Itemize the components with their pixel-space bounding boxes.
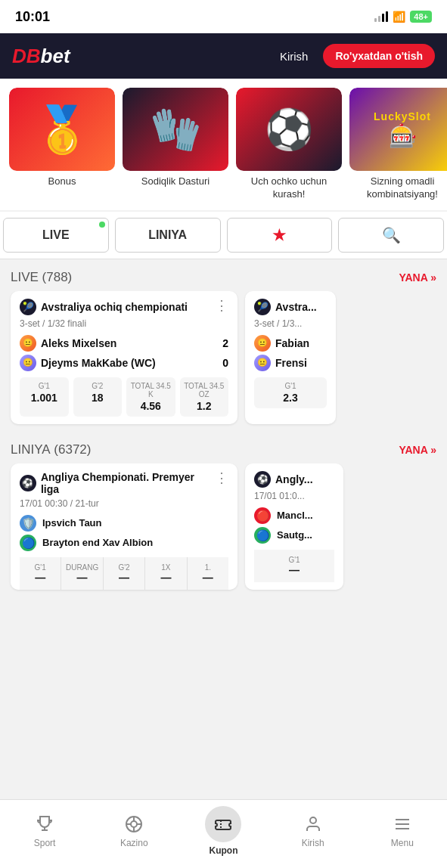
status-bar: 10:01 📶 48+ xyxy=(0,0,447,33)
odd-cell-g2[interactable]: G'2 — xyxy=(104,557,145,590)
bottom-nav-menu[interactable]: Menu xyxy=(380,814,425,848)
liniya-team1-badge: 🛡️ xyxy=(20,515,36,532)
bottom-nav-kupon[interactable]: Kupon xyxy=(200,806,246,856)
live-card-2-avatar1: 😐 xyxy=(254,335,271,352)
liniya-card-2: ⚽ Angly... 17/01 01:0... 🔴 Mancl... 🔵 Sa… xyxy=(245,463,343,590)
live-card-1: 🎾 Avstraliya ochiq chempionati ⋮ 3-set /… xyxy=(11,291,237,424)
promo-img-lucky: LuckySlot 🎰 xyxy=(349,88,447,171)
bottom-nav: Sport Kazino Kupon xyxy=(0,799,447,868)
odd-cell-1x[interactable]: 1X — xyxy=(145,557,187,590)
liniya-card-1-more[interactable]: ⋮ xyxy=(215,471,228,485)
odd-cell-g1[interactable]: G'1 — xyxy=(20,557,61,590)
tab-live-label: LIVE xyxy=(42,228,70,242)
promo-card-uch[interactable]: ⚽ Uch ochko uchun kurash! xyxy=(236,88,342,210)
royxatdan-button[interactable]: Ro'yxatdan o'tish xyxy=(323,44,435,68)
promo-section: 🥇 Bonus 🧤 Sodiqlik Dasturi ⚽ Uch ochko u… xyxy=(0,79,447,210)
odd-cell-1dot[interactable]: 1. — xyxy=(188,557,228,590)
live-card-1-odds: G'1 1.001 G'2 18 TOTAL 34.5 K 4.56 TOTAL… xyxy=(20,377,228,417)
odd-label-total-oz: TOTAL 34.5 OZ xyxy=(183,382,226,398)
liniya-team2-name: Brayton end Xav Albion xyxy=(42,537,153,548)
bottom-nav-kirish[interactable]: Kirish xyxy=(290,814,336,848)
bottom-nav-kazino[interactable]: Kazino xyxy=(111,814,157,848)
bottom-nav-sport[interactable]: Sport xyxy=(22,814,67,848)
live-card-2-avatar2: 😐 xyxy=(254,355,271,371)
tab-search[interactable]: 🔍 xyxy=(338,218,444,253)
live-yana-button[interactable]: YANA » xyxy=(399,271,436,284)
header-buttons: Kirish Ro'yxatdan o'tish xyxy=(272,44,435,68)
player1-avatar: 😐 xyxy=(20,335,36,352)
odd-btn-g1[interactable]: G'1 1.001 xyxy=(20,377,69,417)
odd-value-total-k: 4.56 xyxy=(129,400,172,412)
odd-btn-total-k[interactable]: TOTAL 34.5 K 4.56 xyxy=(126,377,175,417)
star-icon: ★ xyxy=(272,226,286,244)
kirish-button[interactable]: Kirish xyxy=(272,45,316,67)
promo-card-loyalty[interactable]: 🧤 Sodiqlik Dasturi xyxy=(123,88,228,210)
signal-icon xyxy=(374,11,388,22)
odd-cell-label-1x: 1X xyxy=(148,563,183,572)
liniya-card-2-datetime: 17/01 01:0... xyxy=(254,491,334,501)
promo-img-uch: ⚽ xyxy=(236,88,342,171)
liniya-team2-badge: 🔵 xyxy=(20,535,36,551)
live-card-2-player2: 😐 Frensi xyxy=(254,355,327,371)
liniya-card-2-team2: 🔵 Sautg... xyxy=(254,527,334,544)
player2-info: 😐 Djeyms MakKabe (WC) xyxy=(20,355,156,371)
player-line-1: 😐 Aleks Mixelsen 2 xyxy=(20,335,228,352)
tennis-icon-2: 🎾 xyxy=(254,299,271,315)
tab-liniya-label: LINIYA xyxy=(148,228,187,242)
tab-live[interactable]: LIVE xyxy=(3,218,109,253)
tab-favorites[interactable]: ★ xyxy=(227,218,333,253)
liniya-section-title: LINIYA (6372) xyxy=(11,442,91,457)
liniya-cards-row: ⚽ Angliya Chempionati. Premyer liga ⋮ 17… xyxy=(0,463,447,597)
odd-cell-label-g2: G'2 xyxy=(107,563,141,572)
odd-cell-durang[interactable]: DURANG — xyxy=(61,557,103,590)
bottom-nav-menu-label: Menu xyxy=(391,838,414,848)
battery-badge: 48+ xyxy=(410,11,432,23)
svg-point-9 xyxy=(310,817,316,823)
promo-card-lucky[interactable]: LuckySlot 🎰 Sizning omadli kombinatsiyan… xyxy=(349,88,447,210)
tab-liniya[interactable]: LINIYA xyxy=(115,218,221,253)
player2-name: Djeyms MakKabe (WC) xyxy=(41,357,156,369)
live-card-1-tournament: Avstraliya ochiq chempionati xyxy=(41,301,188,313)
odd-value-total-oz: 1.2 xyxy=(183,400,226,412)
liniya-card-2-team1-name: Mancl... xyxy=(277,510,313,521)
odd-cell-value-g2: — xyxy=(107,572,141,584)
odd-cell-label-1dot: 1. xyxy=(191,563,225,572)
liniya-yana-button[interactable]: YANA » xyxy=(399,444,436,456)
logo: DBbet xyxy=(12,45,70,68)
odd-value-g2: 18 xyxy=(76,392,120,404)
player1-info: 😐 Aleks Mixelsen xyxy=(20,335,116,352)
liniya-card-1-header: ⚽ Angliya Chempionati. Premyer liga ⋮ xyxy=(20,471,228,495)
casino-icon xyxy=(123,814,144,835)
live-dot xyxy=(99,222,105,228)
live-card-1-header: 🎾 Avstraliya ochiq chempionati ⋮ xyxy=(20,299,228,315)
promo-card-bonus[interactable]: 🥇 Bonus xyxy=(9,88,115,210)
liniya-card-2-badge1: 🔴 xyxy=(254,507,271,524)
live-card-1-players: 😐 Aleks Mixelsen 2 😐 Djeyms MakKabe (WC)… xyxy=(20,335,228,371)
svg-point-3 xyxy=(131,821,137,827)
odd-cell-label-g1: G'1 xyxy=(23,563,57,572)
odd-cell-g1-c2[interactable]: G'1 — xyxy=(254,550,334,582)
liniya-count: (6372) xyxy=(54,442,91,457)
liniya-card-1-odds: G'1 — DURANG — G'2 — 1X — 1. — xyxy=(20,557,228,590)
live-card-2-p1-name: Fabian xyxy=(275,337,309,349)
odd-btn-g1-card2[interactable]: G'1 2.3 xyxy=(254,377,327,408)
promo-label-loyalty: Sodiqlik Dasturi xyxy=(123,171,228,197)
odd-value-g1-c2: 2.3 xyxy=(257,392,324,404)
odd-label-g1-c2: G'1 xyxy=(257,382,324,390)
odd-cell-value-g1: — xyxy=(23,572,57,584)
live-card-1-more[interactable]: ⋮ xyxy=(215,299,228,312)
liniya-card-2-tournament: Angly... xyxy=(275,473,313,485)
header: DBbet Kirish Ro'yxatdan o'tish xyxy=(0,33,447,79)
odd-btn-g2[interactable]: G'2 18 xyxy=(73,377,123,417)
promo-label-bonus: Bonus xyxy=(9,171,115,197)
liniya-card-2-header: ⚽ Angly... xyxy=(254,471,334,488)
liniya-card-2-badge2: 🔵 xyxy=(254,527,271,544)
odd-cell-value-1x: — xyxy=(148,572,183,584)
player2-score: 0 xyxy=(222,357,228,369)
liniya-title-text: LINIYA xyxy=(11,442,51,457)
odd-btn-total-oz[interactable]: TOTAL 34.5 OZ 1.2 xyxy=(180,377,229,417)
live-card-2-odds: G'1 2.3 xyxy=(254,377,327,408)
status-time: 10:01 xyxy=(15,9,50,25)
wifi-icon: 📶 xyxy=(393,11,405,23)
player-line-2: 😐 Djeyms MakKabe (WC) 0 xyxy=(20,355,228,371)
